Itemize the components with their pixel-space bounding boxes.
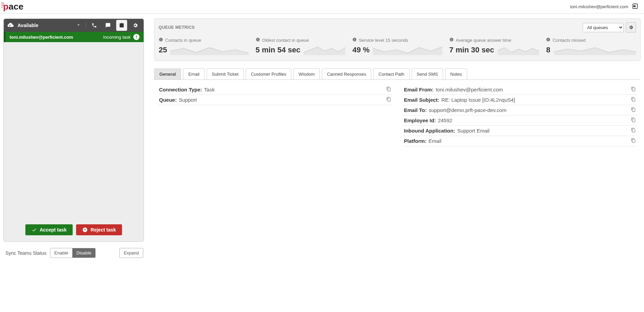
reject-task-button[interactable]: Reject task xyxy=(76,224,122,235)
metric-value: 5 min 54 sec xyxy=(256,46,301,54)
tab-wisdom[interactable]: Wisdom xyxy=(293,68,320,79)
cloud-check-icon xyxy=(7,22,14,29)
info-key: Connection Type: xyxy=(159,87,202,92)
phone-channel-button[interactable] xyxy=(89,20,100,31)
reject-task-label: Reject task xyxy=(90,227,116,233)
sync-status-label: Sync Teams Status xyxy=(5,250,47,256)
tab-general[interactable]: General xyxy=(154,68,181,79)
metric-label: Contacts in queue xyxy=(165,38,201,43)
tab-canned-responses[interactable]: Canned Responses xyxy=(322,68,371,79)
metric-item: Oldest contact in queue 5 min 54 sec xyxy=(256,37,346,55)
info-row: Email Subject: RE: Laptop Issue [ID:4L2n… xyxy=(403,95,637,105)
tab-contact-path[interactable]: Contact Path xyxy=(373,68,409,79)
metrics-row: Contacts in queue 25 Oldest contact in q… xyxy=(159,37,636,55)
alert-icon: ! xyxy=(133,34,139,40)
left-footer: Sync Teams Status Enable Disable Expand xyxy=(3,242,144,259)
info-row: Queue: Support xyxy=(158,95,392,105)
info-value: support@demo.prft-pace-dev.com xyxy=(429,107,507,113)
info-value: Support xyxy=(179,97,197,103)
info-row: Inbound Application: Support Email xyxy=(403,126,637,136)
accept-task-button[interactable]: Accept task xyxy=(25,224,73,235)
info-key: Email Subject: xyxy=(404,97,439,103)
tab-email[interactable]: Email xyxy=(183,68,205,79)
tab-customer-profiles[interactable]: Customer Profiles xyxy=(246,68,291,79)
top-header: ▪▪▪▪▪ pace toni.milushev@perficient.com xyxy=(0,0,644,14)
info-icon xyxy=(256,37,260,43)
incoming-task-banner[interactable]: toni.milushev@perficient.com Incoming ta… xyxy=(4,32,144,42)
logo-text-rest: ace xyxy=(9,1,23,12)
metric-label: Contacts missed xyxy=(552,38,585,43)
logout-icon[interactable] xyxy=(632,3,639,11)
sync-toggle-group: Enable Disable xyxy=(50,248,96,258)
info-icon xyxy=(159,37,163,43)
info-icon xyxy=(352,37,357,43)
tab-submit-ticket[interactable]: Submit Ticket xyxy=(207,68,244,79)
logo: ▪▪▪▪▪ pace xyxy=(1,1,23,12)
info-row: Connection Type: Task xyxy=(158,85,392,95)
copy-icon[interactable] xyxy=(631,87,636,92)
copy-icon[interactable] xyxy=(386,87,391,92)
chat-channel-button[interactable] xyxy=(102,20,113,31)
metric-value: 25 xyxy=(159,46,167,54)
metric-label: Oldest contact in queue xyxy=(262,38,309,43)
copy-icon[interactable] xyxy=(631,138,636,144)
info-row: Email From: toni.milushev@perficient.com xyxy=(403,85,637,95)
info-value: RE: Laptop Issue [ID:4L2nquS4] xyxy=(441,97,515,103)
info-key: Employee Id: xyxy=(404,117,436,123)
sync-disable-button[interactable]: Disable xyxy=(72,248,95,258)
accept-task-label: Accept task xyxy=(40,227,67,233)
task-actions: Accept task Reject task xyxy=(4,220,144,241)
general-right-column: Email From: toni.milushev@perficient.com… xyxy=(403,85,637,146)
logo-text-red: p xyxy=(3,1,9,12)
info-value: Support Email xyxy=(457,128,489,134)
queue-metrics-card: QUEUE METRICS All queues Contacts in que… xyxy=(154,18,641,61)
info-value: toni.milushev@perficient.com xyxy=(436,87,503,92)
metrics-settings-button[interactable] xyxy=(626,22,636,33)
svg-marker-3 xyxy=(373,47,442,55)
info-key: Inbound Application: xyxy=(404,128,455,134)
info-row: Employee Id: 24592 xyxy=(403,115,637,126)
copy-icon[interactable] xyxy=(631,128,636,134)
queue-select[interactable]: All queues xyxy=(583,23,624,32)
copy-icon[interactable] xyxy=(386,97,391,103)
ccp-panel: Available ton xyxy=(3,18,144,242)
metric-item: Average queue answer time 7 min 30 sec xyxy=(449,37,539,55)
agent-status-selector[interactable]: Available xyxy=(7,22,73,29)
copy-icon[interactable] xyxy=(631,97,636,103)
task-status: Incoming task xyxy=(103,35,131,40)
task-channel-button[interactable] xyxy=(116,20,127,31)
sparkline xyxy=(304,45,345,55)
tab-content-general: Connection Type: Task Queue: Support Ema… xyxy=(154,79,641,151)
general-left-column: Connection Type: Task Queue: Support xyxy=(158,85,392,146)
metric-item: Service level 15 seconds 49 % xyxy=(352,37,442,55)
info-icon xyxy=(546,37,550,43)
gear-icon xyxy=(629,25,633,30)
header-user-email: toni.milushev@perficient.com xyxy=(570,4,628,9)
info-key: Queue: xyxy=(159,97,177,103)
sparkline xyxy=(170,45,248,55)
metric-value: 8 xyxy=(546,46,550,54)
svg-marker-5 xyxy=(554,48,636,55)
divider xyxy=(86,22,86,29)
info-key: Email To: xyxy=(404,107,427,113)
metric-value: 7 min 30 sec xyxy=(449,46,494,54)
settings-button[interactable] xyxy=(130,20,141,31)
agent-status-label: Available xyxy=(17,23,38,28)
tab-send-sms[interactable]: Send SMS xyxy=(412,68,443,79)
info-value: 24592 xyxy=(438,117,452,123)
info-key: Platform: xyxy=(404,138,427,144)
info-icon xyxy=(449,37,454,43)
expand-button[interactable]: Expand xyxy=(119,248,143,258)
task-contact: toni.milushev@perficient.com xyxy=(10,35,73,40)
copy-icon[interactable] xyxy=(631,117,636,123)
chevron-down-icon[interactable] xyxy=(76,23,81,28)
copy-icon[interactable] xyxy=(631,107,636,113)
sparkline xyxy=(498,45,539,55)
sync-enable-button[interactable]: Enable xyxy=(50,248,72,258)
tab-set: GeneralEmailSubmit TicketCustomer Profil… xyxy=(154,68,641,79)
task-body xyxy=(4,42,144,220)
info-value: Task xyxy=(204,87,215,92)
sparkline xyxy=(373,45,442,55)
header-user: toni.milushev@perficient.com xyxy=(570,3,639,11)
tab-notes[interactable]: Notes xyxy=(445,68,467,79)
